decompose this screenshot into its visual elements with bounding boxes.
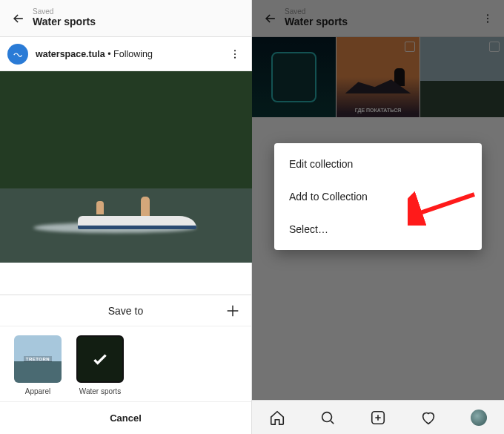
boat [78,201,196,229]
right-pane: Saved Water sports ГДЕ ПОКАТАТЬСЯ Edit c… [252,0,504,434]
post-more-button[interactable] [226,45,244,63]
nav-search[interactable] [319,409,336,427]
header-saved-label: Saved [33,8,244,16]
collection-thumb: TRETORN [14,335,62,383]
forest-bg [0,71,252,194]
post-image[interactable] [0,71,252,263]
header-text: Saved Water sports [33,8,244,28]
back-button[interactable] [7,7,30,30]
nav-profile[interactable] [470,409,488,427]
collection-thumb [76,335,124,383]
header: Saved Water sports [0,0,251,37]
follow-status: • Following [105,49,153,59]
search-icon [319,410,336,426]
thumb-brand-label: TRETORN [24,356,52,362]
plus-icon [225,303,241,319]
avatar-icon [471,410,487,426]
collection-name: Apparel [25,387,50,395]
cancel-label: Cancel [110,412,142,424]
header-title: Water sports [33,16,244,28]
plus-square-icon [370,410,386,426]
svg-point-7 [322,412,332,421]
cancel-button[interactable]: Cancel [0,401,251,434]
svg-point-1 [234,53,236,54]
svg-point-2 [234,56,236,58]
nav-new-post[interactable] [369,409,387,427]
new-collection-button[interactable] [223,301,242,320]
annotation-arrow-icon [408,188,482,226]
left-pane: Saved Water sports waterspace.tula • Fol… [0,0,252,434]
svg-line-6 [414,194,474,215]
nav-home[interactable] [268,409,286,427]
avatar[interactable] [7,44,28,65]
arrow-left-icon [11,11,26,26]
wave-icon [13,49,23,59]
nav-activity[interactable] [420,409,437,427]
collection-water-sports[interactable]: Water sports [76,335,125,395]
sheet-header: Save to [0,295,251,326]
save-to-sheet: Save to TRETORN Apparel Water sports Can… [0,295,251,434]
check-icon [90,349,110,369]
heart-icon [420,410,437,426]
bottom-nav [252,400,504,434]
more-vertical-icon [229,48,241,60]
home-icon [269,410,285,426]
username: waterspace.tula [36,49,105,59]
person-icon [141,197,150,216]
collection-name: Water sports [79,387,121,395]
username-line[interactable]: waterspace.tula • Following [36,49,226,59]
svg-point-0 [234,50,236,51]
collections-row: TRETORN Apparel Water sports [0,326,251,401]
sheet-title: Save to [108,305,143,317]
menu-edit-collection[interactable]: Edit collection [274,148,482,180]
boat-hull [78,216,196,229]
person-icon [96,201,104,214]
post-user-row: waterspace.tula • Following [0,37,251,71]
collection-apparel[interactable]: TRETORN Apparel [13,335,62,395]
